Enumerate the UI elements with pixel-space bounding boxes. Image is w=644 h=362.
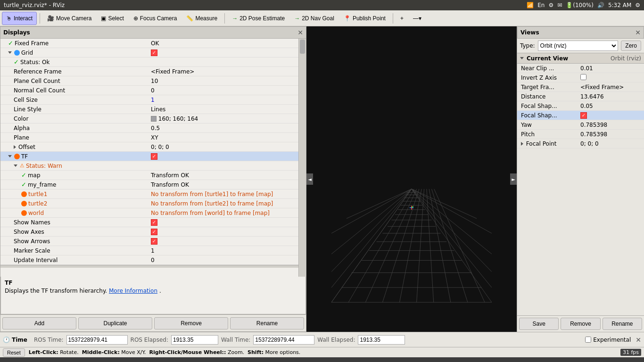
- displays-title: Displays: [3, 29, 30, 36]
- show-arrows-value[interactable]: [149, 238, 297, 245]
- grid-enabled-checkbox[interactable]: [151, 49, 157, 56]
- viewport-collapse-right[interactable]: ►: [510, 173, 517, 185]
- views-remove-button[interactable]: Remove: [561, 318, 600, 330]
- show-names-checkbox[interactable]: [151, 219, 157, 226]
- list-item: Yaw 0.785398: [517, 120, 644, 130]
- show-axes-value[interactable]: [149, 228, 297, 235]
- views-zero-button[interactable]: Zero: [621, 41, 641, 51]
- experimental-checkbox[interactable]: [585, 337, 591, 343]
- publish-point-button[interactable]: 📍 Publish Point: [339, 12, 390, 25]
- table-row: TF: [0, 152, 298, 161]
- myframe-check-icon: ✓: [21, 181, 26, 188]
- main-layout: Displays ✕ ✓ Fixed Frame OK: [0, 26, 644, 332]
- current-view-expand[interactable]: [520, 57, 524, 59]
- focus-camera-button[interactable]: ⊕ Focus Camera: [129, 12, 182, 25]
- list-item: Focal Shap...: [517, 111, 644, 120]
- displays-scrollbar[interactable]: [298, 39, 306, 277]
- table-row: Color 160; 160; 164: [0, 114, 298, 123]
- normal-cell-value: 0: [149, 87, 297, 94]
- displays-close-button[interactable]: ✕: [297, 29, 303, 36]
- invert-z-value[interactable]: [578, 74, 644, 82]
- turtle2-value: No transform from [turtle2] to frame [ma…: [149, 200, 297, 207]
- views-save-button[interactable]: Save: [519, 318, 559, 330]
- time-close-button[interactable]: ✕: [636, 336, 641, 344]
- views-type-select[interactable]: Orbit (rviz): [538, 41, 619, 51]
- add-toolbar-button[interactable]: +: [396, 12, 408, 25]
- interact-button[interactable]: 🖱 Interact: [2, 12, 37, 25]
- wall-time-input[interactable]: [253, 335, 314, 345]
- tf-enabled-checkbox[interactable]: [151, 153, 157, 160]
- measure-button[interactable]: 📏 Measure: [182, 12, 222, 25]
- distance-name: Distance: [517, 93, 578, 100]
- turtle1-value: No transform from [turtle1] to frame [ma…: [149, 191, 297, 197]
- world-value: No transform from [world] to frame [map]: [149, 210, 297, 216]
- move-camera-button[interactable]: 🎥 Move Camera: [43, 12, 96, 25]
- clock: 5:32 AM: [608, 2, 631, 8]
- table-row: Grid: [0, 48, 298, 58]
- invert-z-checkbox[interactable]: [580, 74, 586, 80]
- grid-expand-arrow[interactable]: [8, 51, 12, 54]
- nav-goal-icon: →: [294, 15, 300, 22]
- tf-icon: [14, 154, 20, 159]
- viewport[interactable]: ◄ ►: [306, 26, 517, 332]
- mail-icon: ✉: [557, 2, 562, 8]
- select-button[interactable]: ▣ Select: [97, 12, 128, 25]
- offset-value: 0; 0; 0: [149, 144, 297, 150]
- grid-checkbox[interactable]: [149, 49, 297, 56]
- move-camera-icon: 🎥: [47, 15, 54, 22]
- more-button[interactable]: —▾: [409, 12, 426, 25]
- grid-status-name: ✓ Status: Ok: [0, 58, 149, 66]
- wall-time-label: Wall Time:: [221, 337, 250, 343]
- focal-shape-1-value: 0.05: [578, 103, 644, 109]
- show-names-name: Show Names: [0, 219, 149, 226]
- focal-shape-checkbox[interactable]: [580, 112, 587, 119]
- update-interval-value: 0: [149, 257, 297, 263]
- ros-time-input[interactable]: [66, 335, 128, 345]
- scrollbar-thumb[interactable]: [300, 40, 305, 54]
- interact-icon: 🖱: [6, 15, 12, 22]
- table-row: Update Interval 0: [0, 255, 298, 265]
- plane-name: Plane: [0, 134, 149, 141]
- focal-shape-2-value[interactable]: [578, 112, 644, 119]
- displays-scroll[interactable]: ✓ Fixed Frame OK Grid: [0, 39, 306, 277]
- pose-estimate-button[interactable]: → 2D Pose Estimate: [228, 12, 289, 25]
- ros-elapsed-input[interactable]: [171, 335, 218, 345]
- table-row: world No transform from [world] to frame…: [0, 208, 298, 218]
- wifi-icon: 📶: [527, 2, 534, 8]
- views-close-button[interactable]: ✕: [635, 29, 641, 36]
- add-icon: +: [400, 15, 404, 22]
- remove-button[interactable]: Remove: [154, 317, 228, 329]
- wall-elapsed-input[interactable]: [358, 335, 405, 345]
- focal-point-expand[interactable]: [521, 142, 523, 146]
- table-row: turtle1 No transform from [turtle1] to f…: [0, 189, 298, 199]
- duplicate-button[interactable]: Duplicate: [78, 317, 152, 329]
- current-view-label: Current View: [527, 55, 609, 62]
- color-value: 160; 160; 164: [149, 115, 297, 122]
- status-hint: Left-Click: Rotate. Middle-Click: Move X…: [29, 349, 617, 355]
- reset-button[interactable]: Reset: [3, 348, 25, 357]
- rename-button[interactable]: Rename: [230, 317, 304, 329]
- table-row: Show Names: [0, 218, 298, 227]
- turtle2-name: turtle2: [0, 200, 149, 207]
- offset-expand[interactable]: [14, 145, 16, 149]
- 3d-viewport-canvas[interactable]: [306, 26, 517, 332]
- pitch-name: Pitch: [517, 131, 578, 138]
- warn-expand[interactable]: [14, 165, 17, 167]
- view-rows: Near Clip ... 0.01 Invert Z Axis Target …: [517, 64, 644, 315]
- show-axes-checkbox[interactable]: [151, 229, 157, 235]
- warn-icon: ⚠: [20, 163, 25, 169]
- add-button[interactable]: Add: [2, 317, 76, 329]
- show-arrows-checkbox[interactable]: [151, 238, 157, 245]
- table-row: ⚠ Status: Warn: [0, 161, 298, 171]
- nav-goal-button[interactable]: → 2D Nav Goal: [290, 12, 339, 25]
- tf-checkbox[interactable]: [149, 153, 297, 160]
- more-info-link[interactable]: More Information: [109, 288, 157, 294]
- show-names-value[interactable]: [149, 219, 297, 226]
- more-icon: —▾: [413, 15, 421, 22]
- views-rename-button[interactable]: Rename: [603, 318, 642, 330]
- show-arrows-name: Show Arrows: [0, 238, 149, 245]
- target-frame-name: Target Fra...: [517, 84, 578, 90]
- tf-expand-arrow[interactable]: [8, 155, 12, 157]
- viewport-collapse-left[interactable]: ◄: [306, 173, 313, 185]
- invert-z-name: Invert Z Axis: [517, 74, 578, 81]
